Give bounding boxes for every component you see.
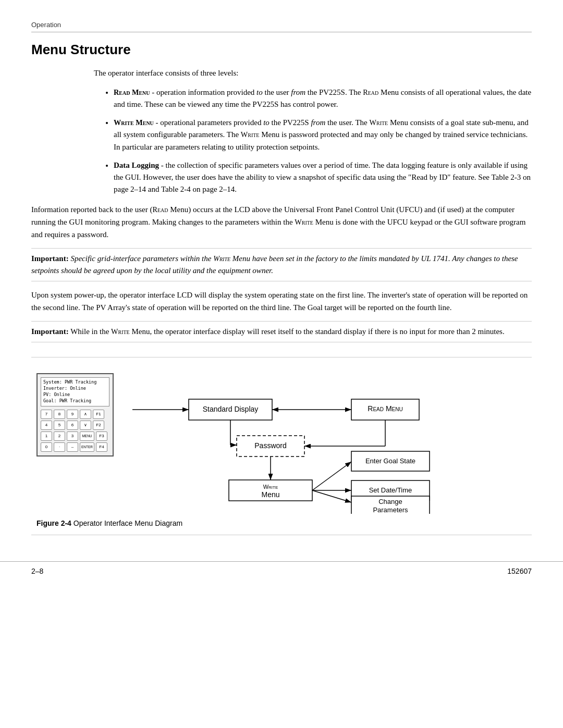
figure-content: System: PWR Tracking Inverter: Online PV… [36,368,527,514]
key-3: 3 [67,431,78,441]
menu-diagram-svg: Standard Display Read Menu Password [119,368,527,514]
keypad-row-1: 7 8 9 ∧ F1 [41,410,109,419]
page-title: Menu Structure [31,42,532,58]
keypad-row-2: 4 5 6 ∨ F2 [41,421,109,430]
power-up-paragraph: Upon system power-up, the operator inter… [31,289,532,314]
body-paragraph-1: Information reported back to the user (R… [31,203,532,241]
keypad-rows: 7 8 9 ∧ F1 4 5 6 ∨ F2 1 [41,410,109,452]
svg-line-15 [312,490,351,502]
page-number: 2–8 [31,567,43,575]
password-label: Password [254,441,286,450]
key-f1: F1 [93,410,104,419]
write-menu-label2: Menu [261,490,279,499]
key-2: 2 [54,431,65,441]
read-menu-label: Read Menu [114,88,150,96]
important-label-2: Important: [31,327,69,336]
svg-line-13 [312,462,351,490]
key-6: 6 [67,421,78,430]
key-dot: · [54,442,65,452]
doc-number: 152607 [507,567,532,575]
intro-text: The operator interface consists of three… [94,67,532,79]
key-down: ∨ [80,421,91,430]
key-f2: F2 [93,421,104,430]
important-text-2: While in the Write Menu, the operator in… [70,327,505,336]
keypad-display: System: PWR Tracking Inverter: Online PV… [41,377,109,406]
change-parameters-label: Change [378,498,402,505]
key-enter: ENTER [80,442,94,452]
keypad-row-4: 0 · – ENTER F4 [41,442,109,452]
write-menu-label: Write [263,484,278,490]
change-parameters-label2: Parameters [373,506,408,514]
keypad-panel: System: PWR Tracking Inverter: Online PV… [36,373,114,456]
bullet-list: Read Menu - operation information provid… [104,87,532,196]
important-label-1: Important: [31,254,69,263]
key-7: 7 [41,410,52,419]
key-f3: F3 [96,431,107,441]
write-menu-label: Write Menu [114,118,154,127]
figure-area: System: PWR Tracking Inverter: Online PV… [31,357,532,535]
important-text-1: Specific grid-interface parameters withi… [31,254,518,275]
set-date-time-label: Set Date/Time [369,486,412,494]
read-menu-text: - operation information provided to the … [114,88,531,108]
keypad-row-3: 1 2 3 MENU F3 [41,431,109,441]
figure-caption-text: Operator Interface Menu Diagram [74,519,182,527]
standard-display-label: Standard Display [203,405,259,413]
list-item-write-menu: Write Menu - operational parameters prov… [114,117,532,153]
read-menu-label: Read Menu [368,404,402,413]
key-up: ∧ [80,410,91,419]
key-8: 8 [54,410,65,419]
list-item-read-menu: Read Menu - operation information provid… [114,87,532,111]
write-menu-text: - operational parameters provided to the… [114,118,529,151]
key-9: 9 [67,410,78,419]
key-4: 4 [41,421,52,430]
key-minus: – [67,442,78,452]
figure-caption: Figure 2-4 Operator Interface Menu Diagr… [36,519,182,527]
important-block-2: Important: While in the Write Menu, the … [31,321,532,342]
diagram-area: Standard Display Read Menu Password [119,368,527,514]
data-logging-label: Data Logging [114,161,159,169]
key-1: 1 [41,431,52,441]
key-0: 0 [41,442,52,452]
important-block-1: Important: Specific grid-interface param… [31,248,532,282]
data-logging-text: - the collection of specific parameters … [114,161,531,194]
key-menu: MENU [80,431,94,441]
enter-goal-state-label: Enter Goal State [365,457,415,465]
figure-number: Figure 2-4 [36,519,71,527]
footer: 2–8 152607 [0,561,563,581]
breadcrumb: Operation [31,21,532,29]
key-f4: F4 [96,442,107,452]
key-5: 5 [54,421,65,430]
list-item-data-logging: Data Logging - the collection of specifi… [114,159,532,196]
